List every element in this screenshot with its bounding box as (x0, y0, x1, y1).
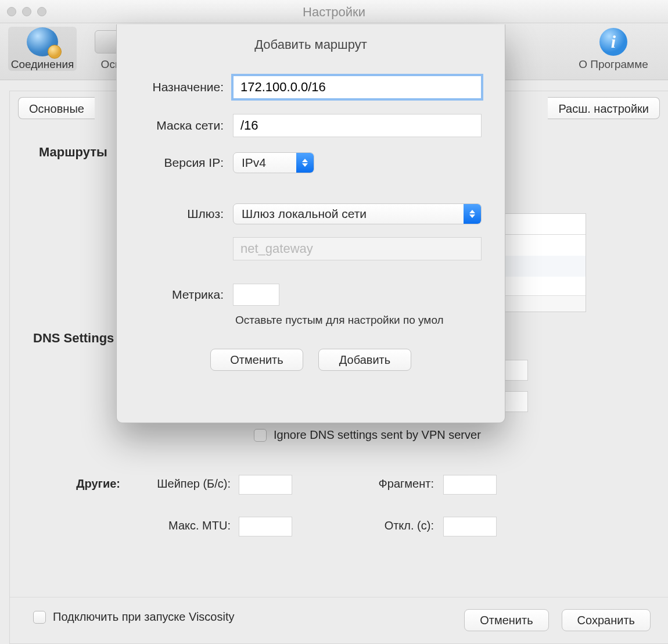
gateway-label: Шлюз: (117, 207, 233, 221)
fragment-input[interactable] (443, 475, 497, 495)
chevron-updown-icon (296, 153, 314, 173)
mtu-input[interactable] (239, 517, 292, 536)
gateway-select[interactable]: Шлюз локальной сети (233, 203, 482, 224)
info-icon: i (599, 28, 627, 56)
globe-icon (27, 27, 58, 56)
connect-startup-checkbox[interactable] (33, 611, 46, 624)
destination-label: Назначение: (117, 80, 233, 94)
ignore-dns-checkbox[interactable] (254, 429, 267, 442)
toolbar-item-connections[interactable]: Соединения (8, 27, 77, 71)
save-button[interactable]: Сохранить (562, 609, 651, 631)
toolbar-label: О Программе (567, 58, 660, 71)
toolbar-item-about[interactable]: i О Программе (567, 27, 660, 71)
tab-advanced[interactable]: Расш. настройки (548, 97, 660, 119)
metric-label: Метрика: (117, 288, 233, 302)
dialog-cancel-button[interactable]: Отменить (210, 349, 303, 371)
timeout-label: Откл. (с): (324, 519, 434, 532)
gateway-raw-input (233, 237, 482, 260)
connect-startup-label: Подключить при запуске Viscosity (53, 610, 234, 624)
ipversion-select[interactable]: IPv4 (233, 152, 314, 173)
footer: Подключить при запуске Viscosity Отменит… (10, 597, 668, 643)
ipversion-label: Версия IP: (117, 156, 233, 170)
dialog-title: Добавить маршрут (117, 37, 505, 52)
section-header-dns: DNS Settings (33, 331, 114, 346)
shaper-label: Шейпер (Б/с): (126, 477, 231, 491)
window-title: Настройки (0, 5, 668, 20)
section-header-routes: Маршруты (39, 145, 107, 160)
mtu-label: Макс. MTU: (126, 519, 231, 532)
ignore-dns-label: Ignore DNS settings sent by VPN server (274, 428, 481, 442)
gateway-value: Шлюз локальной сети (234, 207, 464, 221)
shaper-input[interactable] (239, 475, 292, 495)
toolbar-label: Соединения (8, 58, 77, 71)
fragment-label: Фрагмент: (324, 477, 434, 491)
netmask-label: Маска сети: (117, 119, 233, 133)
netmask-input[interactable] (233, 114, 482, 137)
cancel-button[interactable]: Отменить (464, 609, 548, 631)
chevron-updown-icon (464, 204, 481, 224)
destination-input[interactable] (233, 76, 482, 99)
timeout-input[interactable] (443, 517, 497, 536)
dialog-add-button[interactable]: Добавить (318, 349, 411, 371)
other-label: Другие: (51, 477, 120, 491)
add-route-dialog: Добавить маршрут Назначение: Маска сети:… (116, 24, 505, 423)
metric-hint: Оставьте пустым для настройки по умол (117, 314, 505, 327)
titlebar: Настройки (0, 0, 668, 23)
ipversion-value: IPv4 (234, 156, 296, 170)
tab-basic[interactable]: Основные (18, 97, 95, 119)
metric-input[interactable] (233, 284, 279, 306)
